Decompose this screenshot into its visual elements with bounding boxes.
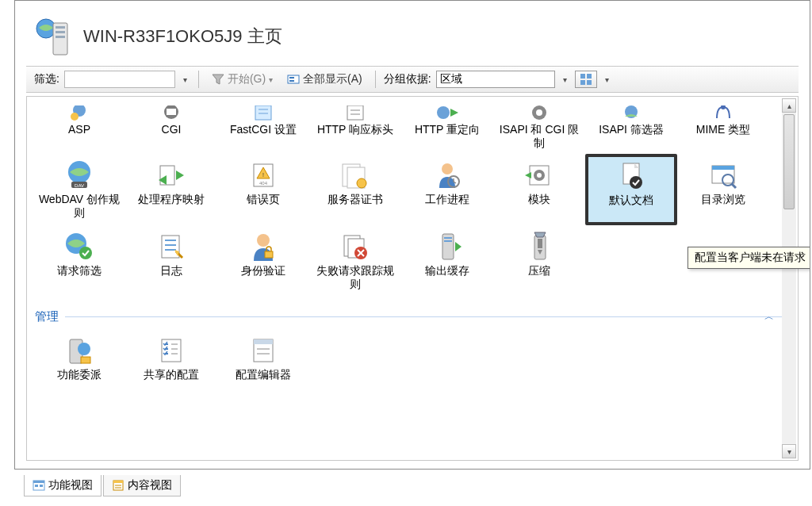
fastcgi-icon	[247, 105, 279, 121]
svg-point-67	[78, 343, 90, 355]
filter-label: 筛选:	[34, 72, 59, 86]
cgi-icon	[155, 105, 187, 121]
group-select[interactable]	[436, 71, 555, 88]
shared-config-icon	[155, 335, 187, 366]
svg-point-22	[437, 106, 450, 119]
page-header: WIN-R33F1OKO5J9 主页	[15, 1, 810, 66]
svg-rect-5	[288, 75, 299, 83]
item-mime[interactable]: MIME 类型	[677, 100, 769, 154]
svg-point-36	[357, 178, 366, 188]
item-default-doc[interactable]: 默认文档	[585, 154, 677, 225]
svg-rect-9	[587, 74, 592, 79]
redirect-icon	[431, 105, 463, 121]
iis-grid-row1: ASP CGI FastCGI 设置 HTTP 响应标头 HTTP 重定向 IS…	[33, 100, 791, 154]
tab-content-view[interactable]: 内容视图	[103, 475, 181, 496]
grid-view-icon	[580, 73, 592, 86]
svg-rect-80	[40, 485, 43, 487]
iis-grid-row2: DAVWebDAV 创作规则 处理程序映射 !404错误页 服务器证书 工作进程…	[33, 154, 791, 225]
svg-rect-82	[113, 481, 123, 483]
item-handler[interactable]: 处理程序映射	[125, 154, 217, 225]
features-view-icon	[33, 479, 45, 492]
item-error-pages[interactable]: !404错误页	[217, 154, 309, 225]
item-feature-delegation[interactable]: 功能委派	[33, 329, 125, 399]
webdav-icon: DAV	[63, 159, 95, 191]
error-page-icon: !404	[247, 159, 279, 191]
svg-rect-7	[289, 80, 294, 82]
collapse-icon[interactable]: ︿	[764, 310, 774, 324]
filter-icon	[615, 105, 647, 121]
separator	[375, 71, 376, 88]
item-isapi-filter[interactable]: ISAPI 筛选器	[585, 100, 677, 154]
go-button[interactable]: 开始(G) ▾	[207, 71, 278, 88]
feature-delegation-icon	[63, 335, 95, 366]
vertical-scrollbar[interactable]: ▴ ▾	[782, 98, 796, 458]
item-webdav[interactable]: DAVWebDAV 创作规则	[33, 154, 125, 225]
default-doc-icon	[615, 160, 647, 192]
svg-rect-55	[265, 251, 273, 258]
svg-rect-6	[289, 77, 294, 79]
section-management[interactable]: 管理 ︿	[35, 309, 791, 324]
svg-rect-79	[35, 485, 38, 487]
bottom-tabs: 功能视图 内容视图	[24, 474, 181, 496]
svg-rect-15	[167, 109, 176, 115]
view-mode-button[interactable]	[575, 71, 597, 88]
item-dir-browse[interactable]: 目录浏览	[677, 154, 769, 225]
svg-rect-8	[580, 74, 585, 79]
separator	[198, 71, 199, 88]
failed-trace-icon	[339, 231, 371, 263]
svg-rect-45	[712, 166, 734, 170]
item-config-editor[interactable]: 配置编辑器	[217, 329, 309, 399]
view-mode-dropdown[interactable]: ▾	[602, 75, 612, 84]
asp-icon	[63, 105, 95, 121]
item-http-redirect[interactable]: HTTP 重定向	[401, 100, 493, 154]
svg-point-24	[536, 109, 542, 116]
mgmt-grid: 功能委派 共享的配置 配置编辑器	[33, 329, 791, 399]
item-server-cert[interactable]: 服务器证书	[309, 154, 401, 225]
svg-point-26	[721, 105, 726, 109]
item-auth[interactable]: 身份验证	[217, 225, 309, 295]
cert-icon	[339, 159, 371, 191]
svg-point-37	[442, 163, 453, 174]
auth-icon	[247, 231, 279, 263]
svg-rect-3	[56, 31, 65, 33]
item-http-response[interactable]: HTTP 响应标头	[309, 100, 401, 154]
svg-rect-10	[580, 80, 585, 85]
item-request-filter[interactable]: 请求筛选	[33, 225, 125, 295]
compression-icon	[523, 231, 555, 263]
server-icon	[34, 17, 71, 56]
scroll-down-arrow[interactable]: ▾	[782, 444, 796, 458]
svg-rect-50	[162, 236, 179, 258]
iis-grid-row3: 请求筛选 日志 身份验证 失败请求跟踪规则 输出缓存 压缩	[33, 225, 791, 295]
filter-dropdown[interactable]: ▾	[180, 75, 190, 84]
scroll-up-arrow[interactable]: ▴	[782, 98, 796, 113]
item-compression[interactable]: 压缩	[493, 225, 585, 295]
svg-rect-16	[255, 105, 271, 120]
item-worker[interactable]: 工作进程	[401, 154, 493, 225]
svg-rect-4	[56, 36, 65, 38]
toolbar: 筛选: ▾ 开始(G) ▾ 全部显示(A) 分组依据: ▾ ▾	[26, 66, 799, 93]
filter-input[interactable]	[64, 71, 175, 88]
item-isapi-cgi[interactable]: ISAPI 和 CGI 限制	[493, 100, 585, 154]
show-all-button[interactable]: 全部显示(A)	[282, 71, 367, 88]
svg-rect-2	[56, 26, 65, 29]
item-fastcgi[interactable]: FastCGI 设置	[217, 100, 309, 154]
svg-text:!: !	[262, 172, 264, 178]
iis-manager-window: WIN-R33F1OKO5J9 主页 筛选: ▾ 开始(G) ▾ 全部显示(A)…	[14, 0, 810, 470]
item-cgi[interactable]: CGI	[125, 100, 217, 154]
item-asp[interactable]: ASP	[33, 100, 125, 154]
svg-rect-74	[254, 339, 273, 344]
request-filter-icon	[63, 231, 95, 263]
svg-rect-19	[347, 105, 363, 120]
svg-point-13	[71, 113, 79, 121]
svg-point-49	[79, 247, 92, 259]
item-logging[interactable]: 日志	[125, 225, 217, 295]
scroll-thumb[interactable]	[783, 114, 795, 209]
item-modules[interactable]: 模块	[493, 154, 585, 225]
tab-features-view[interactable]: 功能视图	[24, 475, 102, 496]
group-dropdown[interactable]: ▾	[560, 75, 570, 84]
svg-point-54	[257, 234, 270, 247]
item-shared-config[interactable]: 共享的配置	[125, 329, 217, 399]
item-output-cache[interactable]: 输出缓存	[401, 225, 493, 295]
mime-icon	[707, 105, 739, 121]
item-failed-trace[interactable]: 失败请求跟踪规则	[309, 225, 401, 295]
